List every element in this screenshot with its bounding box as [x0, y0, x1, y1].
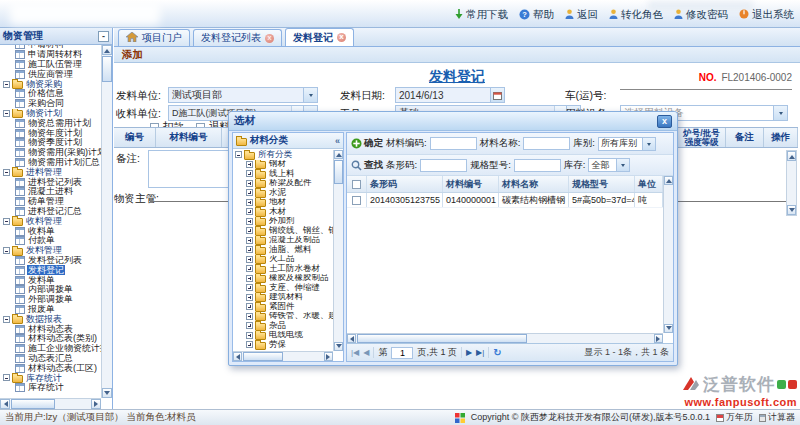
online-badge-icon[interactable]: [777, 380, 786, 389]
header-link[interactable]: 修改密码: [674, 8, 728, 22]
tree-item[interactable]: 物资总需用计划: [1, 118, 101, 128]
scroll-right-icon[interactable]: [654, 334, 663, 343]
scroll-up-icon[interactable]: [787, 151, 796, 161]
tree-item[interactable]: 材料动态表: [1, 324, 101, 334]
tree-item[interactable]: 进料登记汇总: [1, 207, 101, 217]
confirm-button[interactable]: 确定: [351, 137, 383, 150]
material-name-input[interactable]: [523, 137, 570, 150]
tree-item[interactable]: 申请周转材料: [1, 50, 101, 60]
store-select[interactable]: 所有库别: [598, 137, 656, 151]
last-page-icon[interactable]: ▶|: [476, 348, 484, 357]
header-link[interactable]: 常用下载: [455, 8, 508, 22]
tree-folder[interactable]: 劳保: [234, 340, 333, 350]
scroll-down-icon[interactable]: [334, 342, 343, 351]
scroll-right-icon[interactable]: [324, 352, 333, 361]
calendar-icon[interactable]: [490, 88, 504, 102]
tree-item[interactable]: 物资年度计划: [1, 128, 101, 138]
chevron-down-icon[interactable]: [616, 159, 629, 171]
expand-icon[interactable]: [246, 218, 253, 225]
expand-icon[interactable]: [246, 256, 253, 263]
close-icon[interactable]: x: [337, 33, 346, 42]
tree-folder[interactable]: 铸铁管、水暖、建筑五金: [234, 312, 333, 322]
scroll-thumb[interactable]: [334, 160, 343, 184]
expand-icon[interactable]: [246, 313, 253, 320]
tree-item[interactable]: 磅单管理: [1, 197, 101, 207]
expand-icon[interactable]: [246, 303, 253, 310]
scroll-down-icon[interactable]: [664, 324, 673, 333]
scroll-up-icon[interactable]: [102, 45, 112, 55]
expand-icon[interactable]: [246, 322, 253, 329]
tree-item[interactable]: 发料单: [1, 275, 101, 285]
expand-icon[interactable]: [246, 284, 253, 291]
tree-item[interactable]: 施工企业物资统计报表: [1, 344, 101, 354]
tree-item[interactable]: 发料登记: [1, 265, 101, 275]
grid-column-header[interactable]: 单位: [635, 176, 663, 192]
close-icon[interactable]: x: [657, 115, 672, 128]
expand-icon[interactable]: [246, 170, 253, 177]
tree-item[interactable]: 发料登记列表: [1, 256, 101, 266]
row-checkbox[interactable]: [352, 196, 361, 205]
scroll-thumb[interactable]: [357, 334, 527, 343]
header-link[interactable]: 转化角色: [609, 8, 663, 22]
collapse-icon[interactable]: [3, 218, 10, 225]
tree-folder[interactable]: 收料管理: [1, 216, 101, 226]
expand-icon[interactable]: [246, 341, 253, 348]
tree-folder[interactable]: 外加剂: [234, 217, 333, 227]
tab-active[interactable]: 发料登记x: [285, 28, 354, 46]
tree-folder[interactable]: 物资计划: [1, 109, 101, 119]
first-page-icon[interactable]: |◀: [351, 348, 359, 357]
calendar-link[interactable]: 万年历: [716, 411, 753, 424]
scroll-up-icon[interactable]: [334, 150, 343, 159]
next-page-icon[interactable]: ▶: [466, 348, 472, 357]
scroll-thumb[interactable]: [243, 352, 283, 361]
expand-icon[interactable]: [246, 246, 253, 253]
tree-folder[interactable]: 木材: [234, 207, 333, 217]
tree-item[interactable]: 物资季度计划: [1, 138, 101, 148]
tree-folder[interactable]: 库存统计: [1, 373, 101, 383]
header-link[interactable]: 退出系统: [739, 8, 794, 22]
collapse-icon[interactable]: [235, 151, 242, 158]
tree-folder[interactable]: 数据报表: [1, 314, 101, 324]
expand-icon[interactable]: [246, 180, 253, 187]
spec-input[interactable]: [514, 159, 561, 172]
tree-folder[interactable]: 钢绞线、钢丝、钢丝绳: [234, 226, 333, 236]
sidebar-vscrollbar[interactable]: [101, 45, 112, 398]
tree-item[interactable]: 材料动态表(工区): [1, 363, 101, 373]
items-vscrollbar[interactable]: [786, 150, 797, 216]
expand-icon[interactable]: [246, 189, 253, 196]
tree-folder[interactable]: 地材: [234, 198, 333, 208]
calculator-link[interactable]: 计算器: [759, 411, 795, 424]
category-hscrollbar[interactable]: [233, 351, 333, 361]
grid-column-header[interactable]: 条形码: [367, 176, 443, 192]
tree-folder[interactable]: 钢材: [234, 160, 333, 170]
page-number-input[interactable]: [391, 347, 413, 359]
tree-folder[interactable]: 橡胶及橡胶制品: [234, 274, 333, 284]
expand-icon[interactable]: [246, 208, 253, 215]
scroll-thumb[interactable]: [11, 399, 55, 409]
close-icon[interactable]: x: [265, 34, 274, 43]
collapse-icon[interactable]: [3, 169, 10, 176]
tree-folder[interactable]: 支座、伸缩缝: [234, 283, 333, 293]
collapse-icon[interactable]: [3, 247, 10, 254]
collapse-panel-icon[interactable]: «: [335, 136, 340, 146]
find-button[interactable]: 查找: [351, 159, 383, 172]
tree-folder[interactable]: 火工品: [234, 255, 333, 265]
tree-item[interactable]: 混凝土进料: [1, 187, 101, 197]
stock-select[interactable]: 全部: [588, 158, 630, 172]
scroll-left-icon[interactable]: [233, 352, 242, 361]
issue-date-field[interactable]: 2014/6/13: [395, 87, 505, 103]
expand-icon[interactable]: [246, 199, 253, 206]
grid-column-header[interactable]: 规格型号: [569, 176, 635, 192]
close-badge-icon[interactable]: [788, 380, 797, 389]
dialog-titlebar[interactable]: 选材 x: [229, 112, 677, 131]
tree-folder[interactable]: 水泥: [234, 188, 333, 198]
scroll-thumb[interactable]: [102, 56, 112, 82]
tree-item[interactable]: 价格信息: [1, 89, 101, 99]
grid-column-header[interactable]: 材料编号: [443, 176, 499, 192]
tree-item[interactable]: 进料登记列表: [1, 177, 101, 187]
prev-page-icon[interactable]: ◀: [363, 348, 369, 357]
tree-item[interactable]: 供应商管理: [1, 69, 101, 79]
tree-folder[interactable]: 发料管理: [1, 246, 101, 256]
expand-icon[interactable]: [246, 332, 253, 339]
tree-folder[interactable]: 电线电缆: [234, 331, 333, 341]
